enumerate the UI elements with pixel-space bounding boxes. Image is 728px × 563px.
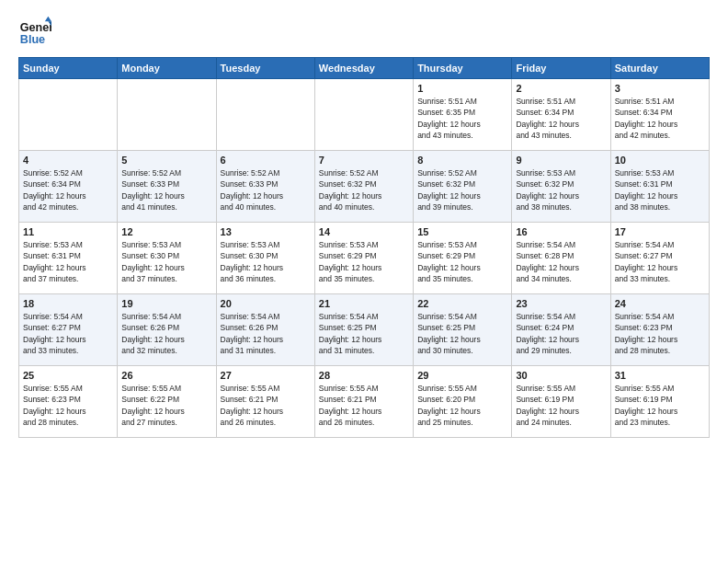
day-cell	[118, 79, 216, 151]
day-number: 16	[516, 226, 606, 237]
day-info: Sunrise: 5:55 AMSunset: 6:21 PMDaylight:…	[319, 383, 409, 428]
day-cell: 11Sunrise: 5:53 AMSunset: 6:31 PMDayligh…	[19, 223, 118, 294]
day-cell: 19Sunrise: 5:54 AMSunset: 6:26 PMDayligh…	[118, 294, 216, 366]
day-number: 5	[121, 155, 211, 166]
day-number: 27	[221, 370, 311, 381]
day-info: Sunrise: 5:52 AMSunset: 6:34 PMDaylight:…	[23, 167, 113, 213]
header-row: SundayMondayTuesdayWednesdayThursdayFrid…	[19, 58, 710, 79]
calendar-header: SundayMondayTuesdayWednesdayThursdayFrid…	[19, 58, 710, 79]
day-cell: 1Sunrise: 5:51 AMSunset: 6:35 PMDaylight…	[414, 79, 512, 151]
day-info: Sunrise: 5:51 AMSunset: 6:35 PMDaylight:…	[417, 96, 507, 141]
day-number: 25	[23, 370, 113, 381]
day-info: Sunrise: 5:54 AMSunset: 6:27 PMDaylight:…	[615, 239, 705, 284]
day-info: Sunrise: 5:54 AMSunset: 6:27 PMDaylight:…	[23, 311, 113, 356]
col-header-friday: Friday	[512, 58, 610, 79]
day-number: 21	[319, 298, 409, 309]
logo: General Blue	[18, 15, 57, 48]
day-cell: 26Sunrise: 5:55 AMSunset: 6:22 PMDayligh…	[118, 366, 216, 438]
day-number: 18	[23, 298, 113, 309]
day-info: Sunrise: 5:53 AMSunset: 6:31 PMDaylight:…	[615, 167, 705, 213]
day-info: Sunrise: 5:54 AMSunset: 6:24 PMDaylight:…	[516, 311, 606, 356]
day-info: Sunrise: 5:54 AMSunset: 6:25 PMDaylight:…	[319, 311, 409, 356]
day-number: 31	[615, 370, 705, 381]
day-cell: 23Sunrise: 5:54 AMSunset: 6:24 PMDayligh…	[512, 294, 610, 366]
day-cell: 14Sunrise: 5:53 AMSunset: 6:29 PMDayligh…	[314, 223, 413, 294]
col-header-wednesday: Wednesday	[314, 58, 413, 79]
day-number: 3	[615, 83, 705, 94]
day-info: Sunrise: 5:55 AMSunset: 6:22 PMDaylight:…	[121, 383, 211, 428]
day-info: Sunrise: 5:52 AMSunset: 6:33 PMDaylight:…	[121, 167, 211, 213]
day-cell: 30Sunrise: 5:55 AMSunset: 6:19 PMDayligh…	[512, 366, 610, 438]
day-number: 4	[23, 155, 113, 166]
day-cell: 27Sunrise: 5:55 AMSunset: 6:21 PMDayligh…	[216, 366, 314, 438]
day-cell: 28Sunrise: 5:55 AMSunset: 6:21 PMDayligh…	[314, 366, 413, 438]
day-number: 8	[417, 155, 507, 166]
week-row-2: 4Sunrise: 5:52 AMSunset: 6:34 PMDaylight…	[19, 151, 710, 223]
col-header-thursday: Thursday	[414, 58, 512, 79]
calendar-table: SundayMondayTuesdayWednesdayThursdayFrid…	[18, 57, 710, 438]
day-number: 14	[319, 226, 409, 237]
day-info: Sunrise: 5:55 AMSunset: 6:23 PMDaylight:…	[23, 383, 113, 428]
day-number: 6	[221, 155, 311, 166]
week-row-3: 11Sunrise: 5:53 AMSunset: 6:31 PMDayligh…	[19, 223, 710, 294]
day-cell: 6Sunrise: 5:52 AMSunset: 6:33 PMDaylight…	[216, 151, 314, 223]
day-number: 24	[615, 298, 705, 309]
logo-icon: General Blue	[18, 15, 51, 48]
day-cell: 10Sunrise: 5:53 AMSunset: 6:31 PMDayligh…	[610, 151, 709, 223]
day-info: Sunrise: 5:55 AMSunset: 6:20 PMDaylight:…	[417, 383, 507, 428]
day-info: Sunrise: 5:52 AMSunset: 6:32 PMDaylight:…	[417, 167, 507, 213]
day-cell: 29Sunrise: 5:55 AMSunset: 6:20 PMDayligh…	[414, 366, 512, 438]
day-info: Sunrise: 5:55 AMSunset: 6:19 PMDaylight:…	[516, 383, 606, 428]
week-row-4: 18Sunrise: 5:54 AMSunset: 6:27 PMDayligh…	[19, 294, 710, 366]
day-info: Sunrise: 5:52 AMSunset: 6:33 PMDaylight:…	[221, 167, 311, 213]
day-cell: 20Sunrise: 5:54 AMSunset: 6:26 PMDayligh…	[216, 294, 314, 366]
day-cell: 12Sunrise: 5:53 AMSunset: 6:30 PMDayligh…	[118, 223, 216, 294]
day-cell	[19, 79, 118, 151]
day-info: Sunrise: 5:51 AMSunset: 6:34 PMDaylight:…	[615, 96, 705, 141]
day-number: 1	[417, 83, 507, 94]
day-cell: 7Sunrise: 5:52 AMSunset: 6:32 PMDaylight…	[314, 151, 413, 223]
day-cell: 25Sunrise: 5:55 AMSunset: 6:23 PMDayligh…	[19, 366, 118, 438]
day-cell: 31Sunrise: 5:55 AMSunset: 6:19 PMDayligh…	[610, 366, 709, 438]
day-number: 19	[121, 298, 211, 309]
day-info: Sunrise: 5:54 AMSunset: 6:25 PMDaylight:…	[417, 311, 507, 356]
day-number: 26	[121, 370, 211, 381]
day-cell: 3Sunrise: 5:51 AMSunset: 6:34 PMDaylight…	[610, 79, 709, 151]
day-number: 10	[615, 155, 705, 166]
day-info: Sunrise: 5:54 AMSunset: 6:28 PMDaylight:…	[516, 239, 606, 284]
svg-text:Blue: Blue	[20, 33, 45, 46]
calendar-page: General Blue SundayMondayTuesdayWednesda…	[0, 0, 728, 563]
day-number: 11	[23, 226, 113, 237]
day-number: 7	[319, 155, 409, 166]
day-number: 15	[417, 226, 507, 237]
day-number: 22	[417, 298, 507, 309]
day-info: Sunrise: 5:53 AMSunset: 6:31 PMDaylight:…	[23, 239, 113, 284]
day-info: Sunrise: 5:53 AMSunset: 6:32 PMDaylight:…	[516, 167, 606, 213]
header: General Blue	[18, 15, 710, 48]
col-header-monday: Monday	[118, 58, 216, 79]
day-number: 30	[516, 370, 606, 381]
day-cell: 2Sunrise: 5:51 AMSunset: 6:34 PMDaylight…	[512, 79, 610, 151]
day-info: Sunrise: 5:53 AMSunset: 6:30 PMDaylight:…	[221, 239, 311, 284]
day-cell: 15Sunrise: 5:53 AMSunset: 6:29 PMDayligh…	[414, 223, 512, 294]
col-header-sunday: Sunday	[19, 58, 118, 79]
day-number: 9	[516, 155, 606, 166]
day-cell: 16Sunrise: 5:54 AMSunset: 6:28 PMDayligh…	[512, 223, 610, 294]
day-info: Sunrise: 5:53 AMSunset: 6:29 PMDaylight:…	[417, 239, 507, 284]
day-number: 13	[221, 226, 311, 237]
col-header-saturday: Saturday	[610, 58, 709, 79]
day-info: Sunrise: 5:51 AMSunset: 6:34 PMDaylight:…	[516, 96, 606, 141]
day-cell: 5Sunrise: 5:52 AMSunset: 6:33 PMDaylight…	[118, 151, 216, 223]
day-info: Sunrise: 5:54 AMSunset: 6:26 PMDaylight:…	[221, 311, 311, 356]
calendar-body: 1Sunrise: 5:51 AMSunset: 6:35 PMDaylight…	[19, 79, 710, 438]
day-cell: 22Sunrise: 5:54 AMSunset: 6:25 PMDayligh…	[414, 294, 512, 366]
col-header-tuesday: Tuesday	[216, 58, 314, 79]
day-cell: 21Sunrise: 5:54 AMSunset: 6:25 PMDayligh…	[314, 294, 413, 366]
day-info: Sunrise: 5:52 AMSunset: 6:32 PMDaylight:…	[319, 167, 409, 213]
day-number: 17	[615, 226, 705, 237]
day-cell: 8Sunrise: 5:52 AMSunset: 6:32 PMDaylight…	[414, 151, 512, 223]
day-cell	[216, 79, 314, 151]
day-cell: 4Sunrise: 5:52 AMSunset: 6:34 PMDaylight…	[19, 151, 118, 223]
day-info: Sunrise: 5:53 AMSunset: 6:29 PMDaylight:…	[319, 239, 409, 284]
day-number: 2	[516, 83, 606, 94]
